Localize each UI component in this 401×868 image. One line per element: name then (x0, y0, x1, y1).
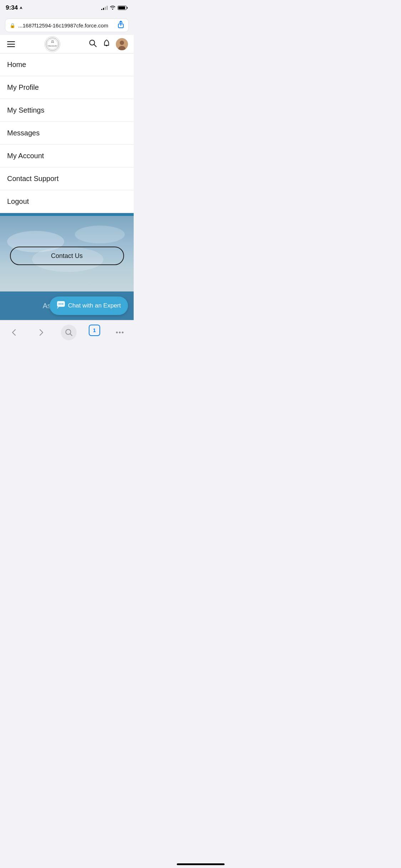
notification-button[interactable] (102, 38, 111, 50)
forward-button[interactable] (34, 325, 49, 340)
svg-point-13 (60, 303, 62, 305)
address-bar-inner[interactable]: 🔒 ...1687f12594-16c19987cfe.force.com (5, 19, 129, 32)
dropdown-menu: Home My Profile My Settings Messages My … (0, 53, 134, 213)
svg-point-9 (120, 41, 124, 45)
menu-item-messages[interactable]: Messages (0, 122, 134, 145)
svg-line-6 (94, 45, 96, 47)
bottom-section: Ask a Question Chat with an Expert (0, 291, 134, 320)
menu-item-my-profile[interactable]: My Profile (0, 76, 134, 99)
more-options-button[interactable] (112, 325, 128, 340)
svg-text:TREASURY: TREASURY (47, 45, 57, 47)
menu-item-logout[interactable]: Logout (0, 190, 134, 213)
svg-line-16 (70, 334, 72, 336)
status-time: 9:34 (6, 4, 23, 11)
url-text: ...1687f12594-16c19987cfe.force.com (18, 22, 115, 29)
svg-point-17 (116, 332, 118, 334)
battery-icon (118, 6, 127, 10)
share-icon[interactable] (118, 21, 124, 30)
search-bar-button[interactable] (61, 325, 77, 340)
signal-icon (101, 6, 108, 10)
menu-item-home[interactable]: Home (0, 53, 134, 76)
header-icons (88, 38, 128, 50)
search-button[interactable] (88, 38, 97, 50)
contact-us-button[interactable]: Contact Us (10, 247, 124, 265)
svg-point-14 (62, 303, 63, 305)
content-area: Contact Us Ask a Question Chat with an E… (0, 213, 134, 320)
svg-point-12 (58, 303, 60, 305)
location-arrow-icon (19, 6, 23, 10)
header-nav: ⚖ TREASURY (0, 35, 134, 53)
avatar[interactable] (116, 38, 128, 50)
wifi-icon (110, 5, 115, 11)
status-bar: 9:34 (0, 0, 134, 16)
hamburger-menu-button[interactable] (6, 40, 16, 48)
tab-count-button[interactable]: 1 (89, 325, 100, 336)
chat-expert-label: Chat with an Expert (68, 302, 121, 309)
status-icons (101, 5, 127, 11)
menu-item-contact-support[interactable]: Contact Support (0, 167, 134, 190)
svg-text:⚖: ⚖ (51, 40, 54, 43)
logo: ⚖ TREASURY (45, 36, 60, 52)
menu-item-my-settings[interactable]: My Settings (0, 99, 134, 122)
back-button[interactable] (6, 325, 22, 340)
chat-with-expert-button[interactable]: Chat with an Expert (50, 296, 128, 315)
browser-bottom-bar: 1 (0, 320, 134, 351)
lock-icon: 🔒 (10, 23, 15, 28)
chat-icon (57, 301, 65, 311)
svg-point-19 (122, 332, 124, 334)
sky-section: Contact Us (0, 213, 134, 291)
treasury-seal: ⚖ TREASURY (46, 37, 59, 51)
blue-top-bar (0, 213, 134, 216)
svg-point-18 (119, 332, 121, 334)
time-display: 9:34 (6, 4, 18, 11)
address-bar: 🔒 ...1687f12594-16c19987cfe.force.com (0, 16, 134, 35)
menu-item-my-account[interactable]: My Account (0, 145, 134, 167)
